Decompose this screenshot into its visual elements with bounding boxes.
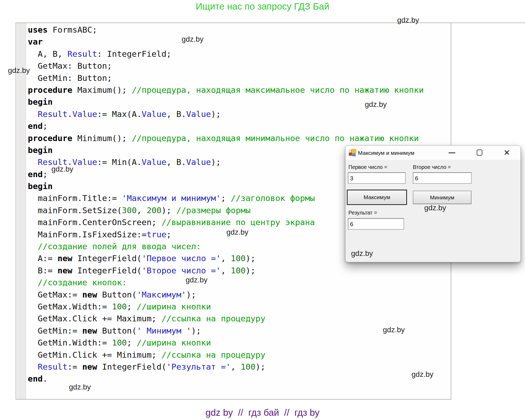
watermark: gdz.by xyxy=(8,66,30,75)
panel-top-border-extension xyxy=(451,23,525,23)
icon-square-gray xyxy=(349,150,351,153)
window-titlebar[interactable]: Максимум и минимум ✕ xyxy=(345,146,520,160)
minimum-button[interactable]: Минимум xyxy=(413,191,471,204)
second-number-label: Второе число = xyxy=(413,164,451,170)
watermark: gdz.by xyxy=(397,16,419,24)
close-icon[interactable]: ✕ xyxy=(504,148,510,157)
icon-square-red xyxy=(349,153,352,156)
minimize-icon[interactable] xyxy=(449,152,455,153)
watermark: gdz.by xyxy=(186,276,208,284)
editor-gutter xyxy=(17,23,26,399)
icon-square-blue xyxy=(352,154,356,156)
watermark: gdz.by xyxy=(226,228,248,237)
first-number-label: Первое число = xyxy=(348,164,387,170)
watermark: gdz.by xyxy=(51,165,73,173)
watermark: gdz.by xyxy=(383,326,405,334)
icon-square-yellow xyxy=(351,149,356,153)
first-number-field[interactable] xyxy=(348,172,406,184)
result-field[interactable] xyxy=(348,218,404,230)
page-header: Ищите нас по запросу ГДЗ Бай xyxy=(0,1,525,12)
watermark: gdz.by xyxy=(365,100,387,109)
result-label: Результат = xyxy=(348,210,377,216)
maximum-button[interactable]: Максимум xyxy=(347,190,407,205)
watermark: gdz.by xyxy=(424,204,446,212)
maximize-icon[interactable] xyxy=(477,150,482,156)
window-title: Максимум и минимум xyxy=(358,146,414,160)
page-footer: gdz by // гдз бай // гдз by xyxy=(0,407,525,418)
watermark: gdz.by xyxy=(412,370,434,379)
watermark: gdz.by xyxy=(69,383,91,391)
second-number-field[interactable] xyxy=(413,172,472,184)
pascalabc-form-icon xyxy=(349,149,356,156)
watermark: gdz.by xyxy=(351,249,373,258)
watermark: gdz.by xyxy=(182,35,204,43)
